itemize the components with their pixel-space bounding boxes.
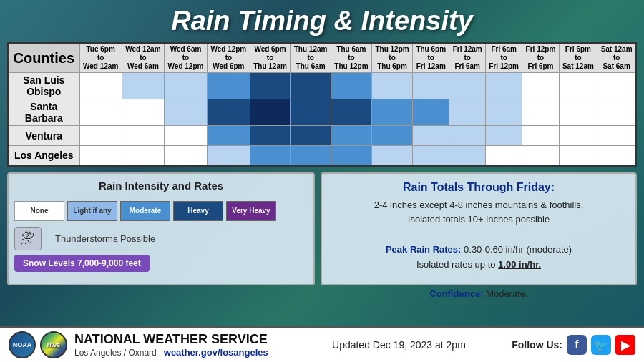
thunder-row: ⛈ = Thunderstorms Possible bbox=[14, 227, 308, 250]
org-name: NATIONAL WEATHER SERVICE bbox=[74, 332, 286, 347]
cell-3-0 bbox=[79, 146, 122, 166]
totals-title: Rain Totals Through Friday: bbox=[332, 181, 625, 194]
totals-isolated: Isolated rates up to 1.00 in/hr. bbox=[332, 258, 625, 273]
cell-2-9 bbox=[449, 126, 486, 146]
cell-3-3 bbox=[207, 146, 250, 166]
cell-2-8 bbox=[413, 126, 449, 146]
legend-box-3: Heavy bbox=[173, 201, 223, 221]
time-col-5: Thu 12amtoThu 6am bbox=[291, 43, 331, 73]
cell-2-1 bbox=[122, 126, 164, 146]
totals-peak: Peak Rain Rates: 0.30-0.60 in/hr (modera… bbox=[332, 243, 625, 258]
cell-2-12 bbox=[559, 126, 597, 146]
cell-0-11 bbox=[522, 73, 559, 99]
cell-3-9 bbox=[449, 146, 486, 166]
cell-3-1 bbox=[122, 146, 164, 166]
cell-0-7 bbox=[371, 73, 412, 99]
cell-0-2 bbox=[165, 73, 208, 99]
cell-1-1 bbox=[122, 99, 164, 126]
cell-0-6 bbox=[331, 73, 371, 99]
nws-logo: NWS bbox=[40, 331, 67, 358]
follow-us: Follow Us: f 🐦 ▶ bbox=[512, 335, 635, 355]
cell-1-7 bbox=[371, 99, 412, 126]
cell-0-8 bbox=[413, 73, 449, 99]
follow-label: Follow Us: bbox=[512, 339, 562, 351]
cell-1-6 bbox=[331, 99, 371, 126]
cell-1-3 bbox=[207, 99, 250, 126]
legend-item-2: Moderate bbox=[120, 201, 170, 221]
youtube-icon[interactable]: ▶ bbox=[615, 335, 635, 355]
legend-item-0: None bbox=[14, 201, 64, 221]
noaa-logo: NOAA bbox=[9, 331, 36, 358]
cell-3-2 bbox=[165, 146, 208, 166]
cell-2-3 bbox=[207, 126, 250, 146]
thunder-text: = Thunderstorms Possible bbox=[47, 233, 155, 244]
cell-3-13 bbox=[597, 146, 636, 166]
cell-0-3 bbox=[207, 73, 250, 99]
cell-2-4 bbox=[250, 126, 291, 146]
cell-3-10 bbox=[486, 146, 522, 166]
legend-box-1: Light if any bbox=[67, 201, 117, 221]
county-label-3: Los Angeles bbox=[8, 146, 79, 166]
table-row: Los Angeles bbox=[8, 146, 636, 166]
time-col-7: Thu 12pmtoThu 6pm bbox=[371, 43, 412, 73]
cell-1-4 bbox=[250, 99, 291, 126]
totals-line1: 2-4 inches except 4-8 inches mountains &… bbox=[332, 198, 625, 213]
cell-1-8 bbox=[413, 99, 449, 126]
cell-1-5 bbox=[291, 99, 331, 126]
totals-confidence: Confidence: Moderate. bbox=[332, 287, 625, 302]
time-col-9: Fri 12amtoFri 6am bbox=[449, 43, 486, 73]
cell-0-12 bbox=[559, 73, 597, 99]
cell-0-4 bbox=[250, 73, 291, 99]
org-url[interactable]: weather.gov/losangeles bbox=[164, 347, 268, 358]
cell-3-6 bbox=[331, 146, 371, 166]
cell-3-11 bbox=[522, 146, 559, 166]
time-col-4: Wed 6pmtoThu 12am bbox=[250, 43, 291, 73]
cell-3-7 bbox=[371, 146, 412, 166]
legend-box-4: Very Heavy bbox=[226, 201, 276, 221]
totals-line2: Isolated totals 10+ inches possible bbox=[332, 212, 625, 228]
time-col-2: Wed 6amtoWed 12pm bbox=[165, 43, 208, 73]
legend-item-3: Heavy bbox=[173, 201, 223, 221]
county-label-1: Santa Barbara bbox=[8, 99, 79, 126]
time-col-13: Sat 12amtoSat 6am bbox=[597, 43, 636, 73]
cell-3-12 bbox=[559, 146, 597, 166]
legend-title: Rain Intensity and Rates bbox=[14, 180, 308, 195]
cell-2-13 bbox=[597, 126, 636, 146]
cell-1-10 bbox=[486, 99, 522, 126]
updated-text: Updated Dec 19, 2023 at 2pm bbox=[293, 339, 505, 351]
time-col-6: Thu 6amtoThu 12pm bbox=[331, 43, 371, 73]
table-row: San Luis Obispo bbox=[8, 73, 636, 99]
cell-0-13 bbox=[597, 73, 636, 99]
totals-panel: Rain Totals Through Friday: 2-4 inches e… bbox=[321, 172, 637, 285]
cell-1-2 bbox=[165, 99, 208, 126]
legend-panel: Rain Intensity and Rates NoneLight if an… bbox=[7, 172, 315, 285]
cell-1-9 bbox=[449, 99, 486, 126]
nws-logos: NOAA NWS bbox=[9, 331, 67, 358]
snow-badge: Snow Levels 7,000-9,000 feet bbox=[14, 255, 150, 272]
thunder-icon: ⛈ bbox=[14, 227, 42, 250]
time-col-10: Fri 6amtoFri 12pm bbox=[486, 43, 522, 73]
legend-box-0: None bbox=[14, 201, 64, 221]
legend-box-2: Moderate bbox=[120, 201, 170, 221]
cell-2-6 bbox=[331, 126, 371, 146]
time-col-11: Fri 12pmtoFri 6pm bbox=[522, 43, 559, 73]
twitter-icon[interactable]: 🐦 bbox=[591, 335, 611, 355]
time-col-1: Wed 12amtoWed 6am bbox=[122, 43, 164, 73]
legend-item-1: Light if any bbox=[67, 201, 117, 221]
cell-0-9 bbox=[449, 73, 486, 99]
cell-3-4 bbox=[250, 146, 291, 166]
footer: NOAA NWS NATIONAL WEATHER SERVICE Los An… bbox=[0, 326, 644, 362]
nws-text: NATIONAL WEATHER SERVICE Los Angeles / O… bbox=[74, 332, 286, 358]
cell-2-10 bbox=[486, 126, 522, 146]
cell-0-1 bbox=[122, 73, 164, 99]
time-col-12: Fri 6pmtoSat 12am bbox=[559, 43, 597, 73]
cell-2-11 bbox=[522, 126, 559, 146]
cell-2-2 bbox=[165, 126, 208, 146]
facebook-icon[interactable]: f bbox=[567, 335, 587, 355]
time-col-3: Wed 12pmtoWed 6pm bbox=[207, 43, 250, 73]
table-row: Santa Barbara bbox=[8, 99, 636, 126]
cell-2-5 bbox=[291, 126, 331, 146]
page-title: Rain Timing & Intensity bbox=[7, 6, 637, 36]
rain-timing-table: Counties Tue 6pmtoWed 12amWed 12amtoWed … bbox=[7, 42, 637, 167]
cell-2-7 bbox=[371, 126, 412, 146]
